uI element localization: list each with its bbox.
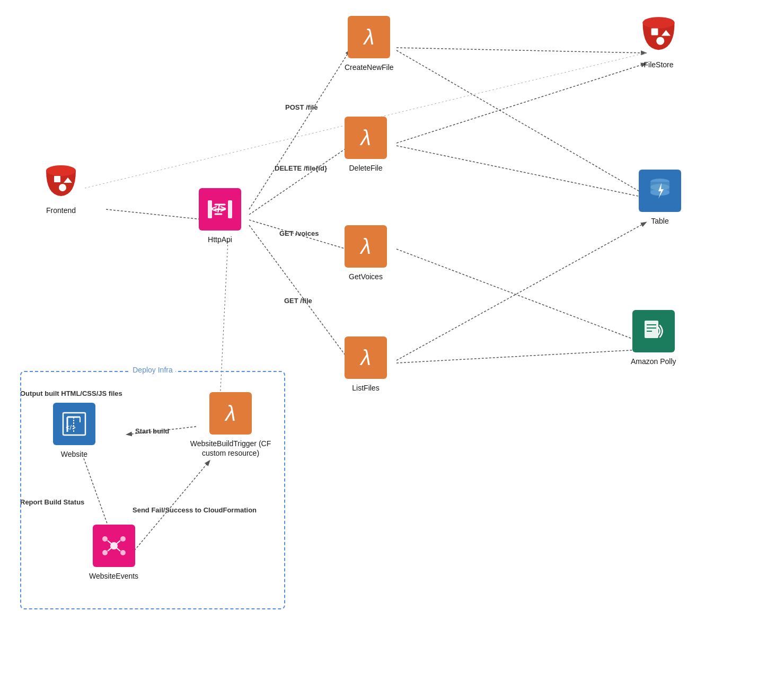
- svg-line-6: [396, 50, 646, 195]
- polly-node: Amazon Polly: [631, 310, 676, 366]
- svg-point-31: [656, 37, 664, 45]
- svg-text:</>: </>: [66, 423, 76, 431]
- websitebuildtrigger-icon: λ: [209, 392, 252, 435]
- deploy-infra-label: Deploy Infra: [129, 366, 175, 374]
- polly-icon: [632, 310, 675, 352]
- websitebuildtrigger-node: λ WebsiteBuildTrigger (CF custom resourc…: [188, 392, 273, 458]
- filestore-node: FileStore: [639, 16, 678, 69]
- table-node: Table: [639, 170, 681, 226]
- deletefile-node: λ DeleteFile: [345, 117, 387, 173]
- websiteevents-node: WebsiteEvents: [89, 525, 138, 581]
- svg-line-7: [396, 64, 646, 143]
- svg-line-1: [249, 50, 350, 209]
- svg-line-9: [396, 249, 640, 342]
- httpapi-label: HttpApi: [208, 235, 232, 244]
- svg-line-10: [396, 223, 646, 360]
- svg-point-49: [120, 536, 126, 542]
- label-get-file: GET /file: [284, 297, 312, 305]
- svg-line-5: [396, 48, 646, 53]
- createnewfile-icon: λ: [348, 16, 390, 58]
- frontend-icon: [42, 164, 80, 201]
- createnewfile-label: CreateNewFile: [345, 63, 394, 72]
- svg-line-53: [117, 540, 120, 544]
- frontend-node: Frontend: [42, 164, 80, 215]
- getvoices-node: λ GetVoices: [345, 225, 387, 281]
- getvoices-label: GetVoices: [349, 272, 383, 281]
- listfiles-label: ListFiles: [352, 383, 379, 393]
- svg-line-0: [106, 209, 207, 220]
- svg-line-52: [108, 540, 111, 544]
- svg-point-29: [643, 17, 675, 28]
- svg-rect-23: [228, 200, 232, 218]
- label-post-file: POST /file: [285, 103, 318, 111]
- httpapi-icon: </>: [199, 188, 241, 231]
- frontend-label: Frontend: [46, 206, 76, 215]
- getvoices-icon: λ: [345, 225, 387, 268]
- table-label: Table: [651, 216, 668, 226]
- label-delete-file: DELETE /file{id}: [275, 164, 327, 172]
- svg-point-50: [102, 550, 108, 555]
- svg-rect-19: [54, 176, 60, 182]
- website-icon: </>: [53, 403, 95, 445]
- polly-label: Amazon Polly: [631, 357, 676, 366]
- svg-point-51: [120, 550, 126, 555]
- svg-line-8: [396, 146, 646, 198]
- website-node: </> Website: [53, 403, 95, 459]
- website-label: Website: [61, 449, 87, 459]
- svg-line-54: [108, 548, 111, 551]
- svg-point-20: [59, 184, 66, 191]
- deletefile-icon: λ: [345, 117, 387, 159]
- svg-text:</>: </>: [211, 203, 226, 215]
- websiteevents-label: WebsiteEvents: [89, 571, 138, 581]
- websiteevents-icon: [93, 525, 135, 567]
- deletefile-label: DeleteFile: [349, 163, 382, 173]
- label-get-voices: GET /voices: [279, 229, 319, 237]
- filestore-label: FileStore: [644, 60, 673, 69]
- svg-line-11: [396, 350, 640, 363]
- listfiles-icon: λ: [345, 336, 387, 379]
- svg-point-18: [46, 165, 76, 176]
- websitebuildtrigger-label: WebsiteBuildTrigger (CF custom resource): [188, 439, 273, 458]
- listfiles-node: λ ListFiles: [345, 336, 387, 393]
- filestore-icon: [639, 16, 678, 56]
- svg-line-2: [249, 146, 350, 215]
- table-icon: [639, 170, 681, 212]
- svg-point-48: [102, 536, 108, 542]
- diagram-container: POST /file DELETE /file{id} GET /voices …: [0, 0, 758, 700]
- svg-line-4: [249, 225, 350, 361]
- httpapi-node: </> HttpApi: [199, 188, 241, 244]
- svg-line-55: [117, 548, 120, 551]
- svg-rect-37: [645, 321, 658, 338]
- createnewfile-node: λ CreateNewFile: [345, 16, 394, 72]
- svg-rect-30: [651, 29, 658, 36]
